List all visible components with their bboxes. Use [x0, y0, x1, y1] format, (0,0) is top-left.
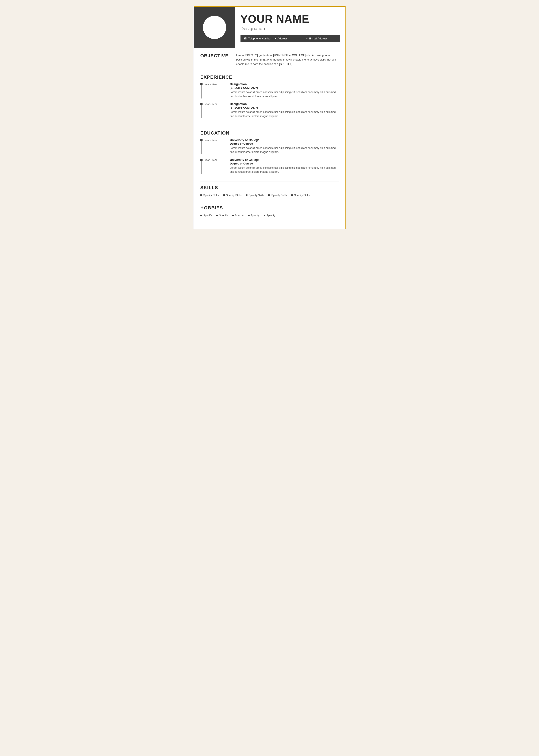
edu-institution-1: University or College: [230, 138, 339, 142]
skills-section: SKILLS Specify Skills Specify Skills Spe…: [194, 182, 345, 198]
education-title-row: EDUCATION: [200, 130, 339, 136]
experience-entry-1: Year - Year Designation [SPECIFY COMPANY…: [200, 83, 339, 99]
edu-desc-1: Lorem ipsum dolor sit amet, consectetuer…: [230, 146, 339, 154]
hobby-item-3: Specify: [232, 214, 244, 217]
objective-content: I am a [SPECIFY] graduate of [UNIVERSITY…: [236, 53, 339, 66]
education-entries: Year - Year University or College Degree…: [200, 138, 339, 178]
phone-icon: ☎: [244, 37, 247, 40]
phone-text: Telephone Number: [248, 37, 271, 40]
hobby-dot-2: [216, 215, 218, 216]
edu-line-1: [201, 141, 202, 154]
exp-right-1: Designation [SPECIFY COMPANY] Lorem ipsu…: [230, 83, 339, 99]
skill-item-4: Specify Skills: [269, 194, 287, 197]
education-entry-2: Year - Year University or College Degree…: [200, 158, 339, 174]
exp-desc-1: Lorem ipsum dolor sit amet, consectetuer…: [230, 90, 339, 99]
edu-year-2: Year - Year: [205, 158, 217, 174]
exp-line-col-1: [200, 83, 202, 99]
edu-left-1: Year - Year: [200, 138, 230, 154]
email-text: E-mail Address: [309, 37, 328, 40]
profile-photo-placeholder: [203, 16, 226, 39]
name-text: YOUR NAME: [241, 13, 340, 25]
resume-page: YOUR NAME Designation ☎ Telephone Number…: [193, 6, 346, 229]
skill-dot-5: [291, 194, 293, 196]
experience-entry-2: Year - Year Designation [SPECIFY COMPANY…: [200, 102, 339, 118]
timeline-line-2: [201, 105, 202, 118]
exp-left-2: Year - Year: [200, 102, 230, 118]
objective-label: OBJECTIVE: [200, 53, 236, 66]
hobby-label-3: Specify: [235, 214, 244, 217]
timeline-dot-2: [200, 103, 202, 105]
skill-dot-1: [200, 194, 202, 196]
hobbies-section: HOBBIES Specify Specify Specify Specify …: [194, 202, 345, 218]
hobby-dot-4: [248, 215, 250, 216]
skill-item-1: Specify Skills: [200, 194, 219, 197]
photo-section: [194, 7, 235, 48]
contact-bar: ☎ Telephone Number ● Address ✉ E-mail Ad…: [241, 35, 340, 42]
skill-label-4: Specify Skills: [271, 194, 287, 197]
exp-year-2: Year - Year: [205, 102, 217, 118]
skill-label-5: Specify Skills: [294, 194, 310, 197]
exp-company-2: [SPECIFY COMPANY]: [230, 106, 339, 109]
edu-dot-2: [200, 159, 202, 161]
exp-desc-2: Lorem ipsum dolor sit amet, consectetuer…: [230, 110, 339, 118]
hobby-dot-5: [264, 215, 266, 216]
contact-address: ● Address: [275, 37, 306, 40]
exp-designation-1: Designation: [230, 83, 339, 86]
exp-left-1: Year - Year: [200, 83, 230, 99]
skills-list: Specify Skills Specify Skills Specify Sk…: [200, 192, 339, 198]
skill-dot-3: [246, 194, 248, 196]
skill-label-2: Specify Skills: [226, 194, 242, 197]
contact-email: ✉ E-mail Address: [306, 37, 337, 40]
header-section: YOUR NAME Designation ☎ Telephone Number…: [194, 7, 345, 48]
education-title: EDUCATION: [200, 130, 339, 136]
header-designation: Designation: [241, 26, 340, 32]
hobbies-list: Specify Specify Specify Specify Specify: [200, 213, 339, 218]
edu-institution-2: University or College: [230, 158, 339, 162]
edu-year-1: Year - Year: [205, 138, 217, 154]
skills-title: SKILLS: [200, 185, 339, 190]
objective-title: OBJECTIVE: [200, 53, 236, 59]
hobby-item-2: Specify: [216, 214, 228, 217]
hobby-label-5: Specify: [267, 214, 275, 217]
objective-section: OBJECTIVE I am a [SPECIFY] graduate of […: [194, 48, 345, 66]
skill-item-3: Specify Skills: [246, 194, 264, 197]
experience-title: EXPERIENCE: [200, 74, 339, 80]
timeline-dot-1: [200, 83, 202, 85]
hobby-item-1: Specify: [200, 214, 212, 217]
edu-desc-2: Lorem ipsum dolor sit amet, consectetuer…: [230, 166, 339, 174]
hobby-label-2: Specify: [219, 214, 228, 217]
exp-line-col-2: [200, 102, 202, 118]
education-section: EDUCATION Year - Year University or Coll…: [194, 126, 345, 178]
skill-label-1: Specify Skills: [203, 194, 219, 197]
skill-label-3: Specify Skills: [249, 194, 264, 197]
skill-dot-4: [269, 194, 270, 196]
hobby-dot-3: [232, 215, 234, 216]
edu-degree-1: Degree or Course: [230, 142, 339, 145]
experience-section: EXPERIENCE Year - Year Designation [SPEC…: [194, 70, 345, 122]
experience-entries: Year - Year Designation [SPECIFY COMPANY…: [200, 83, 339, 122]
skill-item-2: Specify Skills: [223, 194, 242, 197]
edu-right-2: University or College Degree or Course L…: [230, 158, 339, 174]
hobby-label-1: Specify: [203, 214, 212, 217]
exp-company-1: [SPECIFY COMPANY]: [230, 86, 339, 90]
hobby-label-4: Specify: [251, 214, 260, 217]
exp-year-1: Year - Year: [205, 83, 217, 99]
exp-designation-2: Designation: [230, 102, 339, 105]
address-text: Address: [277, 37, 287, 40]
edu-dot-1: [200, 139, 202, 141]
edu-line-2: [201, 161, 202, 174]
hobby-dot-1: [200, 215, 202, 216]
contact-phone: ☎ Telephone Number: [244, 37, 275, 40]
objective-text: I am a [SPECIFY] graduate of [UNIVERSITY…: [236, 53, 339, 66]
hobby-item-5: Specify: [264, 214, 275, 217]
edu-degree-2: Degree or Course: [230, 162, 339, 165]
experience-title-row: EXPERIENCE: [200, 74, 339, 80]
exp-right-2: Designation [SPECIFY COMPANY] Lorem ipsu…: [230, 102, 339, 118]
hobby-item-4: Specify: [248, 214, 260, 217]
hobbies-title: HOBBIES: [200, 205, 339, 211]
edu-line-col-2: [200, 158, 202, 174]
edu-right-1: University or College Degree or Course L…: [230, 138, 339, 154]
email-icon: ✉: [306, 37, 308, 40]
header-info: YOUR NAME Designation ☎ Telephone Number…: [235, 7, 345, 48]
edu-left-2: Year - Year: [200, 158, 230, 174]
